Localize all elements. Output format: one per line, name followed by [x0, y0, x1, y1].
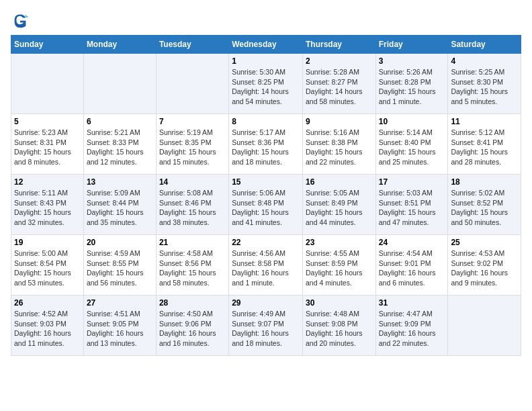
- day-cell: 6Sunrise: 5:21 AM Sunset: 8:33 PM Daylig…: [83, 114, 156, 175]
- day-cell: 7Sunrise: 5:19 AM Sunset: 8:35 PM Daylig…: [156, 114, 228, 175]
- day-cell: 4Sunrise: 5:25 AM Sunset: 8:30 PM Daylig…: [448, 54, 521, 114]
- day-cell: 11Sunrise: 5:12 AM Sunset: 8:41 PM Dayli…: [448, 114, 521, 175]
- day-number: 28: [159, 298, 226, 308]
- day-cell: 31Sunrise: 4:47 AM Sunset: 9:09 PM Dayli…: [375, 295, 448, 356]
- calendar-table: SundayMondayTuesdayWednesdayThursdayFrid…: [11, 35, 521, 356]
- day-cell: 29Sunrise: 4:49 AM Sunset: 9:07 PM Dayli…: [229, 295, 303, 356]
- header-saturday: Saturday: [448, 36, 521, 54]
- day-number: 1: [232, 56, 300, 66]
- day-cell: 2Sunrise: 5:28 AM Sunset: 8:27 PM Daylig…: [302, 54, 375, 114]
- day-cell: 16Sunrise: 5:05 AM Sunset: 8:49 PM Dayli…: [302, 175, 375, 235]
- day-number: 4: [451, 56, 518, 66]
- day-number: 13: [87, 177, 153, 187]
- day-info: Sunrise: 4:52 AM Sunset: 9:03 PM Dayligh…: [14, 309, 81, 349]
- day-cell: 15Sunrise: 5:06 AM Sunset: 8:48 PM Dayli…: [229, 175, 303, 235]
- day-info: Sunrise: 5:06 AM Sunset: 8:48 PM Dayligh…: [232, 188, 300, 228]
- day-info: Sunrise: 5:23 AM Sunset: 8:31 PM Dayligh…: [14, 128, 81, 167]
- day-number: 30: [306, 298, 373, 308]
- page-header: [11, 11, 521, 30]
- day-number: 21: [159, 238, 226, 247]
- day-number: 11: [451, 117, 518, 126]
- day-info: Sunrise: 4:48 AM Sunset: 9:08 PM Dayligh…: [306, 309, 373, 349]
- day-info: Sunrise: 5:28 AM Sunset: 8:27 PM Dayligh…: [306, 67, 373, 107]
- day-cell: 30Sunrise: 4:48 AM Sunset: 9:08 PM Dayli…: [302, 295, 375, 356]
- day-info: Sunrise: 4:50 AM Sunset: 9:06 PM Dayligh…: [159, 309, 226, 349]
- week-row-1: 1Sunrise: 5:30 AM Sunset: 8:25 PM Daylig…: [11, 54, 521, 114]
- day-number: 17: [379, 177, 445, 187]
- day-info: Sunrise: 5:11 AM Sunset: 8:43 PM Dayligh…: [14, 188, 81, 228]
- day-cell: 19Sunrise: 5:00 AM Sunset: 8:54 PM Dayli…: [11, 235, 84, 295]
- day-info: Sunrise: 4:49 AM Sunset: 9:07 PM Dayligh…: [232, 309, 300, 349]
- day-cell: 10Sunrise: 5:14 AM Sunset: 8:40 PM Dayli…: [375, 114, 448, 175]
- day-info: Sunrise: 4:59 AM Sunset: 8:55 PM Dayligh…: [87, 248, 153, 288]
- header-row: SundayMondayTuesdayWednesdayThursdayFrid…: [11, 36, 521, 54]
- day-cell: 20Sunrise: 4:59 AM Sunset: 8:55 PM Dayli…: [83, 235, 156, 295]
- day-cell: 5Sunrise: 5:23 AM Sunset: 8:31 PM Daylig…: [11, 114, 84, 175]
- day-cell: 13Sunrise: 5:09 AM Sunset: 8:44 PM Dayli…: [83, 175, 156, 235]
- day-info: Sunrise: 5:25 AM Sunset: 8:30 PM Dayligh…: [451, 67, 518, 107]
- day-cell: 9Sunrise: 5:16 AM Sunset: 8:38 PM Daylig…: [302, 114, 375, 175]
- header-sunday: Sunday: [11, 36, 84, 54]
- day-info: Sunrise: 5:12 AM Sunset: 8:41 PM Dayligh…: [451, 128, 518, 167]
- day-number: 18: [451, 177, 518, 187]
- logo-icon: [11, 11, 30, 30]
- day-cell: 22Sunrise: 4:56 AM Sunset: 8:58 PM Dayli…: [229, 235, 303, 295]
- day-number: 25: [451, 238, 518, 247]
- day-cell: [448, 295, 521, 356]
- header-friday: Friday: [375, 36, 448, 54]
- day-number: 5: [14, 117, 81, 126]
- day-cell: 17Sunrise: 5:03 AM Sunset: 8:51 PM Dayli…: [375, 175, 448, 235]
- week-row-3: 12Sunrise: 5:11 AM Sunset: 8:43 PM Dayli…: [11, 175, 521, 235]
- day-cell: 1Sunrise: 5:30 AM Sunset: 8:25 PM Daylig…: [229, 54, 303, 114]
- day-info: Sunrise: 5:16 AM Sunset: 8:38 PM Dayligh…: [306, 128, 373, 167]
- day-cell: 28Sunrise: 4:50 AM Sunset: 9:06 PM Dayli…: [156, 295, 228, 356]
- day-number: 12: [14, 177, 81, 187]
- header-thursday: Thursday: [302, 36, 375, 54]
- day-number: 6: [87, 117, 153, 126]
- week-row-4: 19Sunrise: 5:00 AM Sunset: 8:54 PM Dayli…: [11, 235, 521, 295]
- day-info: Sunrise: 5:19 AM Sunset: 8:35 PM Dayligh…: [159, 128, 226, 167]
- day-cell: [156, 54, 228, 114]
- day-info: Sunrise: 4:54 AM Sunset: 9:01 PM Dayligh…: [379, 248, 445, 288]
- day-number: 26: [14, 298, 81, 308]
- day-cell: 14Sunrise: 5:08 AM Sunset: 8:46 PM Dayli…: [156, 175, 228, 235]
- day-number: 23: [306, 238, 373, 247]
- day-number: 7: [159, 117, 226, 126]
- day-number: 29: [232, 298, 300, 308]
- day-number: 31: [379, 298, 445, 308]
- day-cell: [83, 54, 156, 114]
- day-number: 15: [232, 177, 300, 187]
- day-cell: 8Sunrise: 5:17 AM Sunset: 8:36 PM Daylig…: [229, 114, 303, 175]
- day-info: Sunrise: 4:51 AM Sunset: 9:05 PM Dayligh…: [87, 309, 153, 349]
- day-number: 10: [379, 117, 445, 126]
- day-info: Sunrise: 5:30 AM Sunset: 8:25 PM Dayligh…: [232, 67, 300, 107]
- day-info: Sunrise: 5:05 AM Sunset: 8:49 PM Dayligh…: [306, 188, 373, 228]
- day-cell: 23Sunrise: 4:55 AM Sunset: 8:59 PM Dayli…: [302, 235, 375, 295]
- day-number: 16: [306, 177, 373, 187]
- day-cell: 25Sunrise: 4:53 AM Sunset: 9:02 PM Dayli…: [448, 235, 521, 295]
- day-number: 19: [14, 238, 81, 247]
- day-number: 22: [232, 238, 300, 247]
- day-info: Sunrise: 5:09 AM Sunset: 8:44 PM Dayligh…: [87, 188, 153, 228]
- day-info: Sunrise: 5:21 AM Sunset: 8:33 PM Dayligh…: [87, 128, 153, 167]
- header-wednesday: Wednesday: [229, 36, 303, 54]
- day-info: Sunrise: 5:02 AM Sunset: 8:52 PM Dayligh…: [451, 188, 518, 228]
- day-info: Sunrise: 5:26 AM Sunset: 8:28 PM Dayligh…: [379, 67, 445, 107]
- day-cell: 26Sunrise: 4:52 AM Sunset: 9:03 PM Dayli…: [11, 295, 84, 356]
- day-cell: [11, 54, 84, 114]
- day-cell: 24Sunrise: 4:54 AM Sunset: 9:01 PM Dayli…: [375, 235, 448, 295]
- day-info: Sunrise: 4:55 AM Sunset: 8:59 PM Dayligh…: [306, 248, 373, 288]
- day-number: 3: [379, 56, 445, 66]
- week-row-5: 26Sunrise: 4:52 AM Sunset: 9:03 PM Dayli…: [11, 295, 521, 356]
- header-tuesday: Tuesday: [156, 36, 228, 54]
- day-cell: 3Sunrise: 5:26 AM Sunset: 8:28 PM Daylig…: [375, 54, 448, 114]
- day-info: Sunrise: 4:56 AM Sunset: 8:58 PM Dayligh…: [232, 248, 300, 288]
- day-info: Sunrise: 4:47 AM Sunset: 9:09 PM Dayligh…: [379, 309, 445, 349]
- day-cell: 27Sunrise: 4:51 AM Sunset: 9:05 PM Dayli…: [83, 295, 156, 356]
- day-number: 24: [379, 238, 445, 247]
- day-cell: 18Sunrise: 5:02 AM Sunset: 8:52 PM Dayli…: [448, 175, 521, 235]
- day-info: Sunrise: 4:58 AM Sunset: 8:56 PM Dayligh…: [159, 248, 226, 288]
- day-cell: 21Sunrise: 4:58 AM Sunset: 8:56 PM Dayli…: [156, 235, 228, 295]
- day-info: Sunrise: 5:08 AM Sunset: 8:46 PM Dayligh…: [159, 188, 226, 228]
- day-number: 9: [306, 117, 373, 126]
